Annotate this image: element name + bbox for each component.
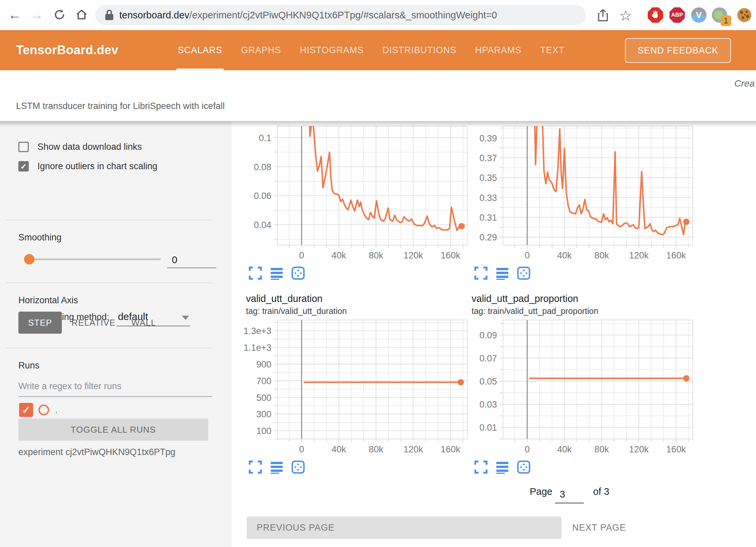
- svg-text:80k: 80k: [594, 250, 609, 260]
- toggle-y-axis-icon[interactable]: [496, 460, 509, 474]
- url-bar[interactable]: tensorboard.dev/experiment/cj2vtPiwQHKN9…: [95, 5, 586, 25]
- share-icon[interactable]: [594, 7, 612, 24]
- svg-text:0.01: 0.01: [479, 423, 497, 433]
- svg-text:80k: 80k: [369, 444, 383, 454]
- bookmark-star-icon[interactable]: ☆: [617, 7, 634, 24]
- axis-step-button[interactable]: STEP: [18, 312, 62, 334]
- subheader: Crea LSTM transducer training for LibriS…: [0, 70, 756, 121]
- fullscreen-icon[interactable]: [474, 460, 488, 474]
- svg-text:0: 0: [525, 250, 530, 260]
- smoothing-value-input[interactable]: 0: [167, 254, 216, 268]
- checkbox-label: Ignore outliers in chart scaling: [37, 161, 157, 172]
- smoothing-label: Smoothing: [18, 232, 61, 243]
- svg-text:0.08: 0.08: [254, 162, 271, 172]
- chevron-down-icon: [182, 316, 189, 320]
- pan-zoom-icon[interactable]: [517, 266, 530, 280]
- toggle-all-runs-button[interactable]: TOGGLE ALL RUNS: [18, 419, 208, 441]
- svg-text:160k: 160k: [441, 250, 461, 260]
- cookie-extension-icon[interactable]: [737, 7, 752, 23]
- show-download-links-checkbox[interactable]: Show data download links: [18, 142, 142, 152]
- tab-distributions[interactable]: DISTRIBUTIONS: [373, 30, 466, 70]
- header-shadow: [0, 121, 756, 127]
- run-name: .: [55, 405, 58, 415]
- run-filter-input[interactable]: Write a regex to filter runs: [18, 381, 212, 397]
- svg-text:0.09: 0.09: [479, 330, 497, 340]
- smoothing-slider[interactable]: [28, 258, 161, 260]
- extension-v-icon[interactable]: V: [691, 7, 707, 23]
- tab-text[interactable]: TEXT: [531, 30, 574, 70]
- line-chart-valid-utt-duration[interactable]: 1003005007009001.1e+31.3e+3040k80k120k16…: [241, 317, 471, 460]
- tab-bar: SCALARS GRAPHS HISTOGRAMS DISTRIBUTIONS …: [168, 30, 574, 70]
- extension-abp-icon[interactable]: ABP: [669, 7, 685, 23]
- toggle-y-axis-icon[interactable]: [270, 266, 283, 280]
- browser-toolbar: ← → tensorboard.dev/experiment/cj2vtPiwQ…: [0, 0, 756, 30]
- smoothing-slider-thumb[interactable]: [24, 254, 34, 264]
- run-checkbox[interactable]: ✓: [19, 403, 33, 417]
- svg-text:0.06: 0.06: [254, 191, 271, 201]
- chart-card-valid-utt-pad-proportion: valid_utt_pad_proportion tag: train/vali…: [466, 293, 697, 474]
- pagination: Page 3 of 3: [530, 484, 609, 501]
- ignore-outliers-checkbox[interactable]: ✓ Ignore outliers in chart scaling: [18, 161, 157, 172]
- horizontal-axis-label: Horizontal Axis: [18, 295, 78, 306]
- lock-icon: [105, 9, 114, 21]
- pan-zoom-icon[interactable]: [517, 460, 530, 474]
- axis-wall-button[interactable]: WALL: [125, 312, 162, 334]
- chart-toolbar: [249, 266, 471, 280]
- send-feedback-button[interactable]: SEND FEEDBACK: [625, 38, 731, 63]
- svg-text:80k: 80k: [369, 250, 383, 260]
- tab-hparams[interactable]: HPARAMS: [466, 30, 531, 70]
- toggle-y-axis-icon[interactable]: [270, 460, 283, 474]
- svg-text:500: 500: [256, 393, 271, 403]
- svg-text:120k: 120k: [629, 250, 649, 260]
- svg-text:160k: 160k: [666, 250, 686, 260]
- page-number-input[interactable]: 3: [555, 487, 584, 504]
- home-icon[interactable]: [73, 6, 90, 23]
- svg-text:40k: 40k: [557, 444, 572, 454]
- fullscreen-icon[interactable]: [474, 266, 488, 280]
- refresh-glyph: [53, 8, 66, 21]
- clipped-created-text: Crea: [734, 78, 755, 89]
- page-total-label: of 3: [593, 486, 609, 497]
- back-icon[interactable]: ←: [6, 6, 23, 23]
- extension-privacy-icon[interactable]: 1: [712, 7, 727, 23]
- svg-text:120k: 120k: [403, 250, 423, 260]
- next-page-button[interactable]: NEXT PAGE: [572, 517, 626, 539]
- svg-text:0.33: 0.33: [479, 193, 497, 203]
- chart-card-valid-utt-duration: valid_utt_duration tag: train/valid_utt_…: [241, 293, 471, 474]
- chart-card-valid-simple-loss: tag: train/valid_simple_loss 0.290.310.3…: [466, 115, 697, 280]
- app-header: TensorBoard.dev SCALARS GRAPHS HISTOGRAM…: [0, 30, 756, 70]
- tab-histograms[interactable]: HISTOGRAMS: [290, 30, 373, 70]
- tab-scalars[interactable]: SCALARS: [168, 30, 232, 70]
- svg-text:700: 700: [256, 376, 271, 386]
- toggle-y-axis-icon[interactable]: [496, 266, 509, 280]
- svg-text:40k: 40k: [557, 250, 572, 260]
- chart-tag: tag: train/valid_utt_pad_proportion: [472, 306, 697, 316]
- settings-sidebar: Show data download links ✓ Ignore outlie…: [0, 121, 232, 547]
- divider: [6, 283, 213, 283]
- refresh-icon[interactable]: [51, 6, 68, 23]
- line-chart-valid-pruned-loss[interactable]: 0.040.060.080.1040k80k120k160k: [241, 123, 471, 266]
- gray-circle-glyph: 1: [712, 7, 727, 23]
- line-chart-valid-utt-pad-proportion[interactable]: 0.010.030.050.070.09040k80k120k160k: [466, 317, 697, 460]
- stop-hand-glyph: [648, 7, 663, 23]
- extension-adblock-icon[interactable]: [648, 7, 663, 23]
- svg-text:0.03: 0.03: [479, 400, 497, 410]
- svg-text:160k: 160k: [441, 444, 461, 454]
- fullscreen-icon[interactable]: [249, 266, 262, 280]
- svg-text:80k: 80k: [594, 444, 609, 454]
- checkbox-checked[interactable]: ✓: [18, 161, 29, 172]
- axis-relative-button[interactable]: RELATIVE: [69, 312, 119, 334]
- fullscreen-icon[interactable]: [249, 460, 262, 474]
- forward-icon[interactable]: →: [28, 6, 45, 23]
- chart-toolbar: [474, 460, 697, 474]
- run-row[interactable]: ✓ .: [19, 403, 58, 417]
- svg-text:40k: 40k: [332, 444, 346, 454]
- previous-page-button[interactable]: PREVIOUS PAGE: [247, 517, 561, 539]
- page-label: Page: [530, 486, 552, 497]
- app-logo[interactable]: TensorBoard.dev: [16, 43, 118, 57]
- checkbox-unchecked[interactable]: [18, 142, 29, 152]
- pan-zoom-icon[interactable]: [291, 266, 305, 280]
- pan-zoom-icon[interactable]: [291, 460, 305, 474]
- line-chart-valid-simple-loss[interactable]: 0.290.310.330.350.370.39040k80k120k160k: [466, 123, 697, 266]
- tab-graphs[interactable]: GRAPHS: [232, 30, 290, 70]
